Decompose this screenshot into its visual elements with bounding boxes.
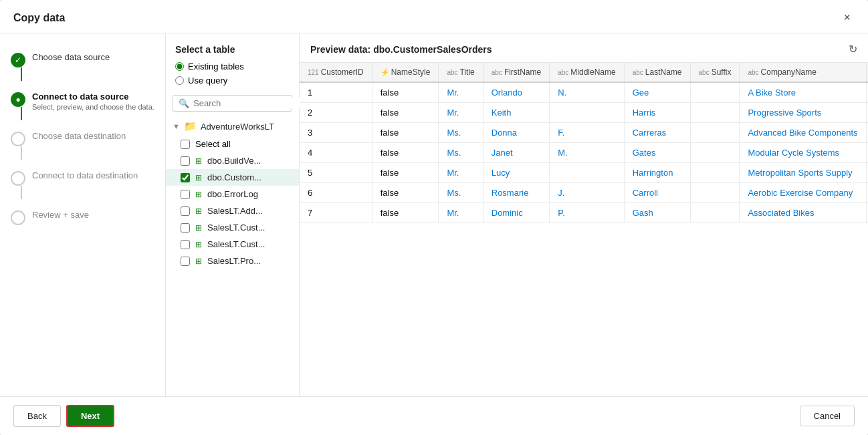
radio-existing-input[interactable] [175,62,184,71]
table-cell: 5 [300,163,372,183]
table-icon-1: ⊞ [195,173,202,182]
table-cell: J. [550,183,624,203]
step-connector-3 [21,146,22,160]
preview-title: Preview data: dbo.CustomerSalesOrders [310,44,492,55]
table-checkbox-6[interactable] [181,257,190,266]
table-name-3: SalesLT.Add... [207,206,263,216]
col-header-middlename: abcMiddleName [550,63,624,82]
col-header-suffix: abcSuffix [690,63,740,82]
col-header-title: abcTitle [439,63,483,82]
radio-existing[interactable]: Existing tables [175,61,290,71]
list-item[interactable]: ⊞ dbo.BuildVe... [166,152,299,169]
table-name-5: SalesLT.Cust... [207,239,265,249]
table-cell: false [372,103,439,123]
table-checkbox-3[interactable] [181,206,190,216]
table-checkbox-4[interactable] [181,223,190,233]
table-cell: Carroll [624,183,690,203]
table-list: ▼ 📁 AdventureWorksLT Select all ⊞ dbo.Bu… [166,117,299,396]
list-item[interactable]: ⊞ SalesLT.Cust... [166,219,299,236]
table-checkbox-2[interactable] [181,190,190,199]
search-input[interactable] [193,98,306,108]
step-label-5: Review + save [32,210,89,220]
table-checkbox-5[interactable] [181,240,190,249]
table-cell: Orlando [483,82,549,103]
table-row: 7falseMr.DominicP.GashAssociated Bikesad… [300,203,868,223]
table-icon-0: ⊞ [195,156,202,166]
table-cell: false [372,183,439,203]
table-cell: Mr. [439,82,483,103]
cancel-button[interactable]: Cancel [800,406,855,426]
table-cell: Advanced Bike Components [740,123,866,143]
dialog-body: ✓ Choose data source ● Connect to data s… [0,33,868,396]
radio-query-input[interactable] [175,76,184,85]
step-connector-2 [21,107,22,120]
table-icon-5: ⊞ [195,240,202,249]
table-cell: Gates [624,143,690,163]
radio-query[interactable]: Use query [175,76,290,86]
table-cell: false [372,143,439,163]
table-cell: Rosmarie [483,183,549,203]
table-cell: Lucy [483,163,549,183]
step-sublabel-2: Select, preview, and choose the data. [32,103,154,111]
step-connector-4 [21,186,22,199]
col-header-companyname: abcCompanyName [740,63,866,82]
table-cell: 1 [300,82,372,103]
table-name-6: SalesLT.Pro... [207,256,261,266]
list-item[interactable]: ⊞ SalesLT.Cust... [166,236,299,253]
table-name-1: dbo.Custom... [207,172,261,182]
table-icon-6: ⊞ [195,257,202,266]
copy-data-dialog: Copy data × ✓ Choose data source ● [0,0,868,435]
refresh-button[interactable]: ↻ [849,43,857,55]
table-cell: Carreras [624,123,690,143]
col-header-firstname: abcFirstName [483,63,549,82]
dialog-header: Copy data × [0,0,868,33]
select-all-checkbox[interactable] [181,140,190,149]
table-icon-4: ⊞ [195,223,202,233]
table-checkbox-1[interactable] [181,173,190,182]
next-button[interactable]: Next [66,405,114,427]
list-item[interactable]: ⊞ dbo.Custom... [166,169,299,186]
table-cell: P. [550,203,624,223]
list-item[interactable]: ⊞ dbo.ErrorLog [166,186,299,202]
table-cell: 4 [300,143,372,163]
back-button[interactable]: Back [13,405,61,427]
preview-panel: Preview data: dbo.CustomerSalesOrders ↻ … [300,33,868,396]
step-label-4: Connect to data destination [32,170,138,180]
table-checkbox-0[interactable] [181,156,190,166]
table-cell: Gash [624,203,690,223]
table-cell [690,123,740,143]
table-panel: Select a table Existing tables Use query… [166,33,300,396]
col-header-customerid: 121CustomerID [300,63,372,82]
table-cell [550,163,624,183]
col-header-lastname: abcLastName [624,63,690,82]
close-button[interactable]: × [839,9,855,26]
table-name-4: SalesLT.Cust... [207,223,265,233]
table-cell [690,103,740,123]
step-icon-3 [11,132,25,146]
table-cell [690,82,740,103]
table-icon-2: ⊞ [195,190,202,199]
db-header[interactable]: ▼ 📁 AdventureWorksLT [166,117,299,136]
table-cell [550,103,624,123]
select-all-row[interactable]: Select all [166,136,299,152]
table-cell: N. [550,82,624,103]
list-item[interactable]: ⊞ SalesLT.Add... [166,202,299,219]
table-header-row: 121CustomerID ⚡NameStyle abcTitle abcFir… [300,63,868,82]
step-connector-1 [21,67,22,81]
step-icon-1: ✓ [11,53,25,67]
table-row: 3falseMs.DonnaF.CarrerasAdvanced Bike Co… [300,123,868,143]
col-header-namestyle: ⚡NameStyle [372,63,439,82]
table-row: 5falseMr.LucyHarringtonMetropolitan Spor… [300,163,868,183]
dialog-footer: Back Next Cancel [0,396,868,435]
search-icon: 🔍 [179,98,189,108]
table-row: 4falseMs.JanetM.GatesModular Cycle Syste… [300,143,868,163]
list-item[interactable]: ⊞ SalesLT.Pro... [166,253,299,269]
table-cell: Metropolitan Sports Supply [740,163,866,183]
radio-existing-label: Existing tables [188,61,244,71]
preview-table-container[interactable]: 121CustomerID ⚡NameStyle abcTitle abcFir… [300,62,868,396]
preview-table: 121CustomerID ⚡NameStyle abcTitle abcFir… [300,63,868,223]
preview-header: Preview data: dbo.CustomerSalesOrders ↻ [300,33,868,62]
radio-group: Existing tables Use query [166,61,299,91]
step-icon-2: ● [11,92,25,107]
table-row: 6falseMs.RosmarieJ.CarrollAerobic Exerci… [300,183,868,203]
